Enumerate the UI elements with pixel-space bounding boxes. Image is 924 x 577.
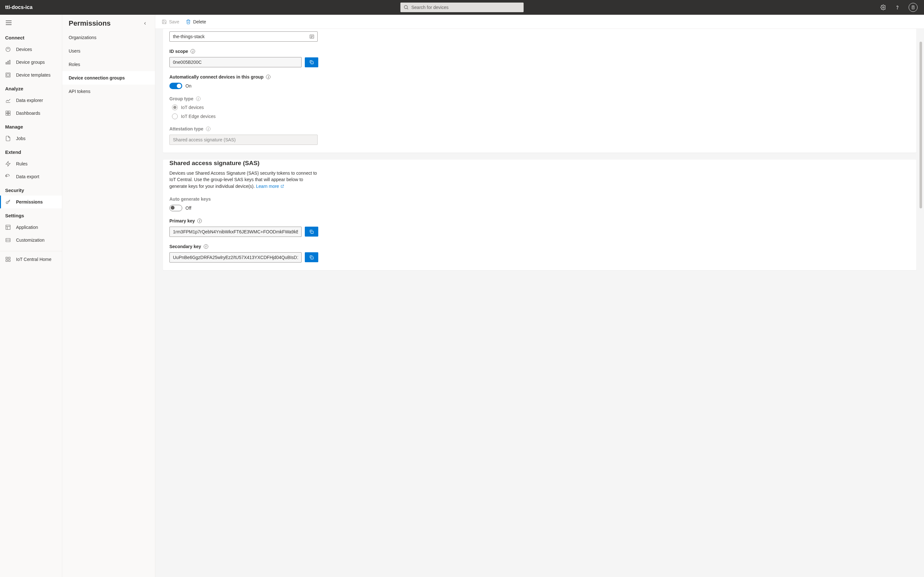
copy-id-scope-button[interactable] [305,57,318,67]
secondary-key-input[interactable] [170,252,302,263]
list-icon [309,34,314,39]
nav-item-home[interactable]: IoT Central Home [0,251,62,266]
app-header: tti-docs-ica [0,0,924,15]
search-container [401,3,523,12]
sidebar-item-api-tokens[interactable]: API tokens [62,85,155,98]
nav-item-jobs[interactable]: Jobs [0,132,62,145]
device-groups-icon [5,59,11,65]
nav-label: Application [16,225,38,230]
svg-point-2 [883,7,884,8]
primary-key-input[interactable] [170,227,302,237]
settings-button[interactable] [879,3,887,11]
svg-point-27 [9,240,9,240]
copy-icon [309,255,314,260]
copy-icon [309,60,314,65]
nav-label: Dashboards [16,111,40,116]
secondary-sidebar-title: Permissions [69,19,111,27]
nav-item-rules[interactable]: Rules [0,157,62,170]
nav-label: Data explorer [16,98,43,103]
attestation-type-label: Attestation type i [170,126,910,131]
data-export-icon [5,174,11,179]
info-icon[interactable]: i [206,127,210,131]
nav-section-manage: Manage [0,119,62,132]
id-scope-input[interactable] [170,57,302,67]
device-icon [5,47,11,52]
svg-marker-19 [6,161,10,166]
svg-point-26 [7,240,7,240]
nav-label: Device templates [16,73,50,77]
primary-key-label: Primary key i [170,218,910,223]
svg-point-5 [913,6,913,7]
collapse-button[interactable] [142,20,149,27]
toolbar: Save Delete [155,15,924,29]
main-content: Save Delete [155,15,924,577]
info-icon[interactable]: i [197,219,202,223]
save-button[interactable]: Save [162,17,179,26]
nav-item-data-explorer[interactable]: Data explorer [0,94,62,107]
scrollbar[interactable] [919,32,922,574]
nav-label: Jobs [16,136,26,141]
info-icon[interactable]: i [266,75,270,79]
sas-card: Shared access signature (SAS) Devices us… [163,160,916,270]
menu-toggle-button[interactable] [6,21,11,25]
learn-more-link[interactable]: Learn more [256,183,284,189]
auto-generate-keys-toggle[interactable] [170,205,182,211]
toggle-state-label: On [186,83,192,89]
svg-rect-10 [6,63,7,64]
svg-rect-36 [311,61,313,64]
secondary-key-label: Secondary key i [170,244,910,249]
toggle-state-label: Off [186,205,191,211]
info-icon[interactable]: i [204,244,208,249]
sidebar-item-organizations[interactable]: Organizations [62,31,155,44]
group-settings-card: ID scope i Automatically connect devices… [163,29,916,153]
nav-item-devices[interactable]: Devices [0,43,62,56]
sidebar-item-users[interactable]: Users [62,44,155,58]
nav-item-device-groups[interactable]: Device groups [0,56,62,69]
nav-item-device-templates[interactable]: Device templates [0,69,62,81]
auto-connect-label: Automatically connect devices in this gr… [170,74,910,79]
nav-item-application[interactable]: Application [0,221,62,234]
nav-item-permissions[interactable]: Permissions [0,195,62,208]
sas-description: Devices use Shared Access Signature (SAS… [170,170,320,189]
sidebar-item-device-connection-groups[interactable]: Device connection groups [62,71,155,85]
nav-label: Devices [16,47,32,52]
save-label: Save [169,19,179,24]
nav-label: Permissions [16,199,43,205]
external-link-icon [280,184,284,188]
svg-rect-25 [6,239,10,242]
group-type-radio-group: IoT devices IoT Edge devices [170,105,910,119]
svg-rect-28 [6,257,7,259]
help-button[interactable] [893,3,901,11]
content-scroll-area[interactable]: ID scope i Automatically connect devices… [155,29,924,577]
svg-rect-15 [6,111,8,113]
nav-section-extend: Extend [0,145,62,157]
group-name-input[interactable] [170,31,318,42]
radio-icon [172,105,178,110]
app-title: tti-docs-ica [5,5,32,10]
device-templates-icon [5,72,11,78]
nav-label: IoT Central Home [16,257,51,262]
svg-point-3 [897,9,897,9]
delete-label: Delete [193,19,206,24]
info-icon[interactable]: i [196,97,200,101]
nav-item-customization[interactable]: Customization [0,234,62,247]
search-input[interactable] [401,3,523,12]
nav-item-dashboards[interactable]: Dashboards [0,107,62,119]
jobs-icon [5,135,11,141]
delete-button[interactable]: Delete [186,17,206,26]
info-icon[interactable]: i [191,49,195,53]
svg-rect-14 [7,74,9,76]
nav-section-security: Security [0,183,62,195]
nav-label: Device groups [16,60,45,65]
sidebar-item-roles[interactable]: Roles [62,58,155,71]
copy-secondary-key-button[interactable] [305,252,318,262]
nav-item-data-export[interactable]: Data export [0,170,62,183]
svg-rect-38 [311,257,313,259]
auto-connect-toggle[interactable] [170,83,182,89]
account-button[interactable] [907,2,919,13]
dashboards-icon [5,110,11,116]
main-layout: Connect Devices Device groups Device tem… [0,15,924,577]
svg-rect-37 [311,231,313,234]
copy-primary-key-button[interactable] [305,227,318,237]
nav-label: Customization [16,237,45,243]
